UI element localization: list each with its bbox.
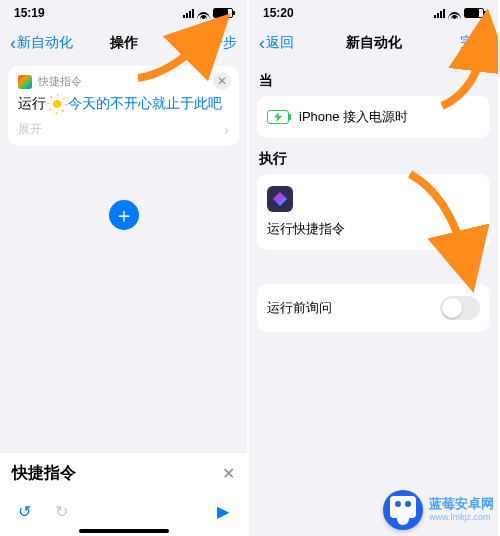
expand-row[interactable]: 展开 › [18, 121, 229, 138]
status-bar: 15:19 [0, 0, 247, 26]
do-action-cell[interactable]: 运行快捷指令 [257, 174, 490, 250]
do-action-text: 运行快捷指令 [267, 220, 345, 238]
back-label: 返回 [266, 34, 294, 52]
ask-toggle[interactable] [440, 296, 480, 320]
ask-label: 运行前询问 [267, 299, 332, 317]
ask-before-run-cell: 运行前询问 [257, 284, 490, 332]
wifi-icon [448, 8, 461, 18]
run-button[interactable]: ▶ [217, 502, 229, 521]
section-when-label: 当 [259, 72, 488, 90]
watermark-logo-icon [383, 490, 423, 530]
phone-right: 15:20 ‹ 返回 新自动化 完成 当 iPhone 接入电源时 执行 [249, 0, 498, 536]
battery-icon [464, 8, 484, 18]
undo-button[interactable]: ↺ [18, 502, 31, 521]
home-indicator[interactable] [79, 529, 169, 533]
search-input[interactable]: 快捷指令 [12, 463, 222, 484]
bottom-bar: 快捷指令 ✕ ↺ ↻ ▶ [0, 452, 247, 536]
content-area: 当 iPhone 接入电源时 执行 运行快捷指令 运行前询问 [249, 60, 498, 536]
status-time: 15:19 [14, 6, 45, 20]
search-row[interactable]: 快捷指令 ✕ [0, 452, 247, 494]
chevron-left-icon: ‹ [259, 34, 265, 52]
back-label: 新自动化 [17, 34, 73, 52]
action-card[interactable]: 快捷指令 ✕ 运行 今天的不开心就止于此吧 展开 › [8, 66, 239, 146]
shortcut-name[interactable]: 今天的不开心就止于此吧 [68, 95, 222, 113]
editor-toolbar: ↺ ↻ ▶ [0, 494, 247, 525]
charging-icon [267, 110, 289, 124]
redo-button: ↻ [55, 502, 68, 521]
done-button[interactable]: 完成 [460, 34, 488, 52]
remove-action-button[interactable]: ✕ [213, 72, 231, 90]
card-app-label: 快捷指令 [38, 74, 82, 89]
nav-bar: ‹ 新自动化 操作 下一步 [0, 26, 247, 60]
section-do-label: 执行 [259, 150, 488, 168]
content-area: 快捷指令 ✕ 运行 今天的不开心就止于此吧 展开 › ＋ 快捷指令 [0, 60, 247, 536]
status-time: 15:20 [263, 6, 294, 20]
plus-icon: ＋ [114, 202, 134, 229]
shortcuts-app-icon [18, 75, 32, 89]
sun-icon [50, 97, 64, 111]
watermark-title: 蓝莓安卓网 [429, 496, 494, 511]
status-bar: 15:20 [249, 0, 498, 26]
shortcuts-app-icon [267, 186, 293, 212]
watermark: 蓝莓安卓网 www.lmkjz.com [383, 490, 494, 530]
battery-icon [213, 8, 233, 18]
watermark-url: www.lmkjz.com [429, 512, 494, 522]
clear-icon[interactable]: ✕ [222, 464, 235, 483]
add-action-button[interactable]: ＋ [109, 200, 139, 230]
next-button[interactable]: 下一步 [195, 34, 237, 52]
nav-bar: ‹ 返回 新自动化 完成 [249, 26, 498, 60]
signal-icon [434, 8, 445, 18]
signal-icon [183, 8, 194, 18]
back-button[interactable]: ‹ 新自动化 [10, 34, 73, 52]
run-prefix: 运行 [18, 95, 46, 113]
when-condition-text: iPhone 接入电源时 [299, 108, 408, 126]
phone-left: 15:19 ‹ 新自动化 操作 下一步 快捷指令 ✕ [0, 0, 249, 536]
expand-label: 展开 [18, 121, 42, 138]
wifi-icon [197, 8, 210, 18]
when-condition-cell[interactable]: iPhone 接入电源时 [257, 96, 490, 138]
back-button[interactable]: ‹ 返回 [259, 34, 294, 52]
chevron-left-icon: ‹ [10, 34, 16, 52]
chevron-right-icon: › [224, 122, 229, 138]
